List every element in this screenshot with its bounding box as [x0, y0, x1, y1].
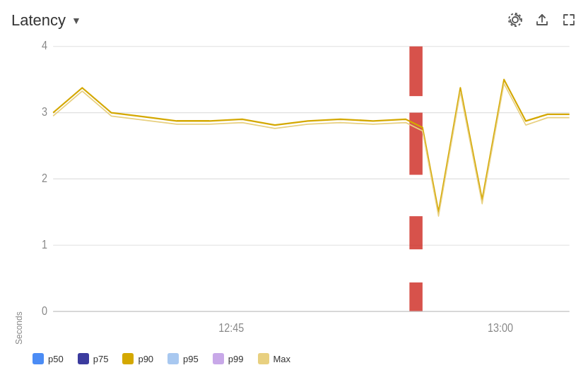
- legend-label-p50: p50: [48, 354, 64, 364]
- chart-inner: 0 1 2 3 4: [24, 38, 577, 345]
- legend-item-p99: p99: [213, 353, 244, 364]
- title-area: Latency ▼: [11, 11, 81, 30]
- legend-swatch-p95: [167, 353, 179, 364]
- svg-text:3: 3: [42, 105, 47, 118]
- svg-text:0: 0: [42, 304, 47, 317]
- legend-swatch-max: [258, 353, 269, 364]
- svg-rect-14: [409, 216, 423, 249]
- dropdown-icon[interactable]: ▼: [71, 15, 81, 26]
- legend-item-p90: p90: [122, 353, 153, 364]
- header-actions: [507, 12, 577, 30]
- svg-text:12:45: 12:45: [218, 322, 244, 335]
- legend-swatch-p90: [122, 353, 134, 364]
- y-axis-label: Seconds: [11, 38, 24, 345]
- legend-swatch-p75: [78, 353, 89, 364]
- chart-area: Seconds 0 1 2 3: [11, 38, 577, 345]
- svg-point-0: [512, 17, 518, 23]
- svg-text:2: 2: [42, 172, 47, 184]
- legend-label-max: Max: [274, 354, 291, 364]
- legend-item-p50: p50: [33, 353, 64, 364]
- svg-rect-12: [409, 47, 423, 96]
- expand-icon[interactable]: [561, 12, 577, 30]
- legend-item-p95: p95: [167, 353, 199, 364]
- share-icon[interactable]: [534, 12, 550, 30]
- legend-item-max: Max: [258, 353, 291, 364]
- chart-legend: p50 p75 p90 p95 p99 Max: [11, 345, 577, 370]
- plot-area: 0 1 2 3 4: [24, 38, 577, 345]
- legend-label-p90: p90: [138, 354, 153, 364]
- legend-label-p95: p95: [183, 354, 199, 364]
- legend-label-p75: p75: [93, 354, 109, 364]
- legend-label-p99: p99: [228, 354, 244, 364]
- legend-swatch-p50: [33, 353, 44, 364]
- main-chart-svg: 0 1 2 3 4: [24, 38, 577, 345]
- svg-text:1: 1: [42, 238, 47, 251]
- svg-text:13:00: 13:00: [488, 322, 513, 335]
- chart-container: Latency ▼: [0, 0, 588, 370]
- svg-rect-15: [409, 282, 423, 311]
- chart-header: Latency ▼: [11, 11, 577, 30]
- legend-swatch-p99: [213, 353, 224, 364]
- chart-title: Latency: [11, 11, 66, 30]
- refresh-icon[interactable]: [507, 12, 523, 30]
- legend-item-p75: p75: [78, 353, 109, 364]
- svg-text:4: 4: [42, 40, 47, 52]
